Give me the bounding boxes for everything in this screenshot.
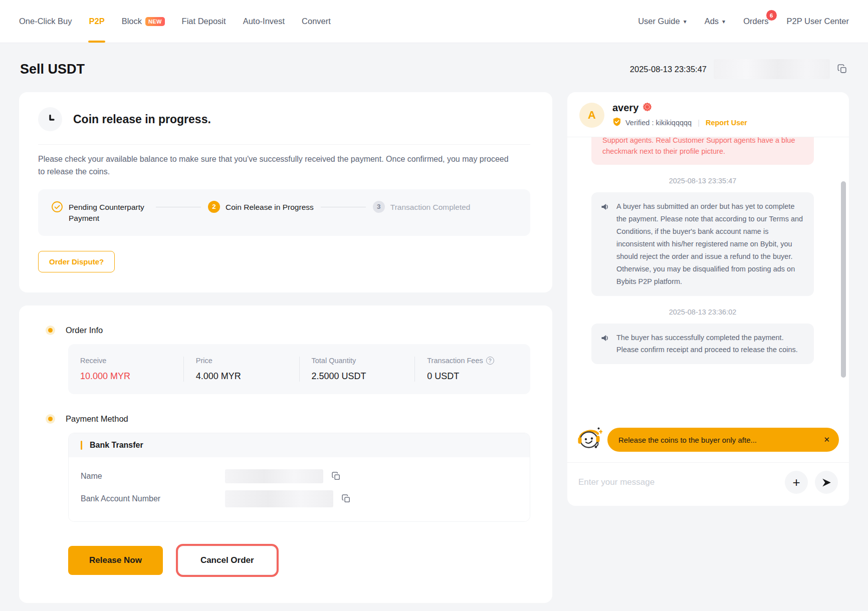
shield-check-icon <box>612 117 621 128</box>
progress-steps: Pending Counterparty Payment 2 Coin Rele… <box>38 189 530 236</box>
step-transaction-completed: 3 Transaction Completed <box>373 201 471 213</box>
nav-label: P2P User Center <box>787 17 849 26</box>
nav-label: Fiat Deposit <box>182 17 226 26</box>
nav-p2p-user-center[interactable]: P2P User Center <box>787 17 849 26</box>
payment-label: Bank Account Number <box>81 494 225 503</box>
chat-scrollbar[interactable] <box>841 181 846 378</box>
chevron-down-icon: ▾ <box>684 18 687 25</box>
chat-name-row: avery <box>612 102 747 114</box>
payment-method-name: Bank Transfer <box>90 441 143 450</box>
nav-fiat-deposit[interactable]: Fiat Deposit <box>182 0 226 43</box>
separator: | <box>698 119 700 127</box>
nav-left: One-Click Buy P2P Block NEW Fiat Deposit… <box>19 0 331 43</box>
info-col-fees: Transaction Fees ? 0 USDT <box>414 357 530 382</box>
copy-icon[interactable] <box>837 64 848 75</box>
step-label: Transaction Completed <box>390 201 471 213</box>
info-label: Receive <box>80 357 171 365</box>
top-navigation: One-Click Buy P2P Block NEW Fiat Deposit… <box>0 0 868 43</box>
payment-row-account: Bank Account Number <box>81 490 518 507</box>
verified-row: Verified : kikikiqqqqq | Report User <box>612 117 747 128</box>
order-actions: Release Now Cancel Order <box>68 546 530 588</box>
copy-icon[interactable] <box>341 494 351 504</box>
message-timestamp: 2025-08-13 23:35:47 <box>591 177 814 185</box>
order-meta: 2025-08-13 23:35:47 <box>630 59 848 79</box>
chatbot-icon[interactable] <box>575 425 602 454</box>
status-heading: Coin release in progress. <box>73 113 211 126</box>
chevron-down-icon: ▾ <box>722 18 725 25</box>
step-label: Pending Counterparty Payment <box>69 201 149 224</box>
price-value: 4.000 MYR <box>196 371 287 382</box>
step-number-badge: 3 <box>373 201 385 213</box>
quick-reply-pill[interactable]: Release the coins to the buyer only afte… <box>607 428 839 452</box>
info-col-price: Price 4.000 MYR <box>183 357 299 382</box>
nav-right: User Guide ▾ Ads ▾ Orders 6 P2P User Cen… <box>638 17 849 26</box>
nav-p2p[interactable]: P2P <box>89 0 104 43</box>
nav-auto-invest[interactable]: Auto-Invest <box>243 0 285 43</box>
payment-method-body: Name Bank Account Number <box>69 457 530 521</box>
payment-method-head: Bank Transfer <box>69 433 530 457</box>
nav-ads[interactable]: Ads ▾ <box>705 17 725 26</box>
release-now-button[interactable]: Release Now <box>68 546 163 575</box>
order-column: Coin release in progress. Please check y… <box>19 92 552 603</box>
quick-reply-text: Release the coins to the buyer only afte… <box>618 436 757 444</box>
step-connector <box>156 207 201 208</box>
nav-label: Auto-Invest <box>243 17 285 26</box>
chat-panel: A avery <box>567 92 849 506</box>
step-number-badge: 2 <box>208 201 220 213</box>
main-content: Coin release in progress. Please check y… <box>0 92 868 603</box>
info-label: Transaction Fees ? <box>427 357 518 365</box>
attach-button[interactable]: + <box>785 471 808 494</box>
help-icon[interactable]: ? <box>486 357 494 365</box>
nav-label: One-Click Buy <box>19 17 72 26</box>
message-timestamp: 2025-08-13 23:36:02 <box>591 308 814 316</box>
info-col-receive: Receive 10.000 MYR <box>68 357 183 382</box>
avatar[interactable]: A <box>579 103 604 128</box>
bullet-dot-icon <box>48 328 53 333</box>
redacted-order-number <box>714 59 830 79</box>
payment-section: Payment Method Bank Transfer Name <box>38 414 530 522</box>
fees-value: 0 USDT <box>427 371 518 382</box>
send-button[interactable] <box>815 471 838 494</box>
rosette-badge-icon <box>642 102 652 114</box>
counterparty-name[interactable]: avery <box>612 102 638 114</box>
nav-user-guide[interactable]: User Guide ▾ <box>638 17 686 26</box>
divider <box>38 144 530 145</box>
info-col-quantity: Total Quantity 2.5000 USDT <box>299 357 415 382</box>
accent-bar <box>81 441 82 450</box>
copy-icon[interactable] <box>331 471 341 481</box>
section-title: Order Info <box>66 326 103 335</box>
message-input[interactable] <box>578 477 778 487</box>
status-card: Coin release in progress. Please check y… <box>19 92 552 292</box>
step-label: Coin Release in Progress <box>226 201 314 213</box>
nav-convert[interactable]: Convert <box>302 0 331 43</box>
new-badge: NEW <box>145 17 165 26</box>
section-title: Payment Method <box>66 414 128 424</box>
order-dispute-button[interactable]: Order Dispute? <box>38 251 115 272</box>
nav-block[interactable]: Block NEW <box>122 0 165 43</box>
report-user-link[interactable]: Report User <box>706 119 747 127</box>
message-text: The buyer has successfully completed the… <box>616 332 805 357</box>
quantity-value: 2.5000 USDT <box>312 371 403 382</box>
payment-method-box: Bank Transfer Name <box>68 433 530 522</box>
order-detail-card: Order Info Receive 10.000 MYR Price 4.00… <box>19 306 552 603</box>
info-label: Price <box>196 357 287 365</box>
receive-amount: 10.000 MYR <box>80 371 171 382</box>
nav-label: Orders <box>743 17 768 26</box>
nav-orders[interactable]: Orders 6 <box>743 17 768 26</box>
cancel-order-button[interactable]: Cancel Order <box>178 546 277 575</box>
status-header: Coin release in progress. <box>38 107 530 131</box>
nav-label: Convert <box>302 17 331 26</box>
check-circle-icon <box>51 201 63 213</box>
order-timestamp: 2025-08-13 23:35:47 <box>630 65 707 74</box>
system-message: A buyer has submitted an order but has y… <box>591 192 814 296</box>
nav-label: P2P <box>89 17 104 26</box>
close-icon[interactable]: ✕ <box>817 435 830 444</box>
nav-one-click-buy[interactable]: One-Click Buy <box>19 0 72 43</box>
chat-messages[interactable]: Support agents. Real Customer Support ag… <box>567 137 849 418</box>
status-description: Please check your available balance to m… <box>38 153 509 178</box>
page-header: Sell USDT 2025-08-13 23:35:47 <box>0 43 868 92</box>
step-coin-release: 2 Coin Release in Progress <box>208 201 314 213</box>
order-info-box: Receive 10.000 MYR Price 4.000 MYR Total… <box>68 344 530 394</box>
payment-method-header: Payment Method <box>38 414 530 424</box>
step-pending-payment: Pending Counterparty Payment <box>51 201 149 224</box>
